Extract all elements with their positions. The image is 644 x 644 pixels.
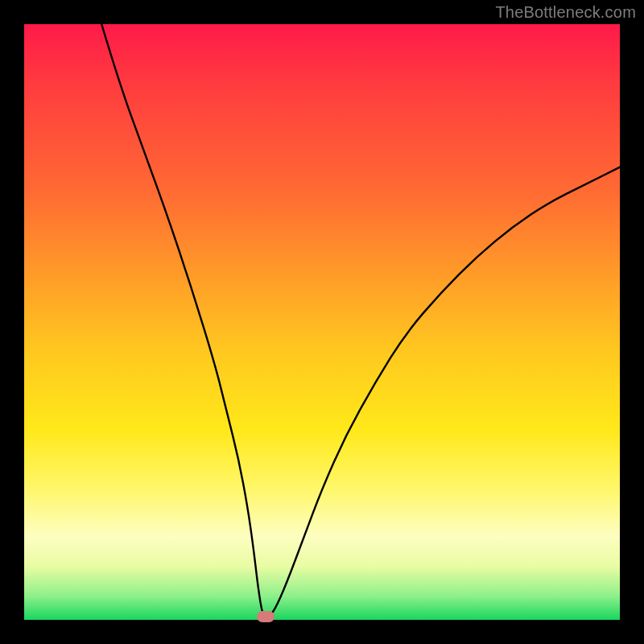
optimum-marker <box>257 611 275 622</box>
chart-frame: TheBottleneck.com <box>0 0 644 644</box>
plot-area <box>24 24 620 620</box>
watermark-text: TheBottleneck.com <box>495 3 636 22</box>
bottleneck-curve <box>101 24 620 616</box>
bottleneck-curve-svg <box>24 24 620 620</box>
